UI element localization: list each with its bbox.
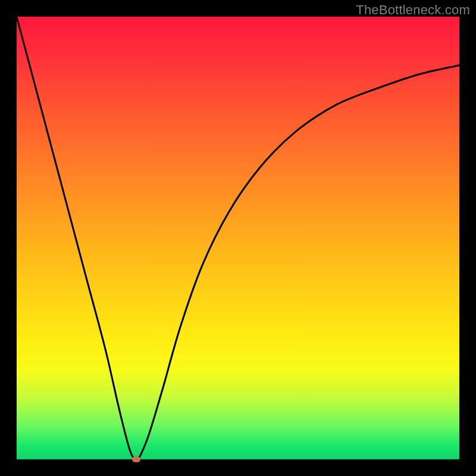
chart-frame: TheBottleneck.com	[0, 0, 476, 476]
bottleneck-curve	[17, 17, 459, 459]
minimum-marker	[132, 456, 140, 462]
watermark-text: TheBottleneck.com	[356, 2, 470, 18]
plot-area	[17, 17, 459, 459]
